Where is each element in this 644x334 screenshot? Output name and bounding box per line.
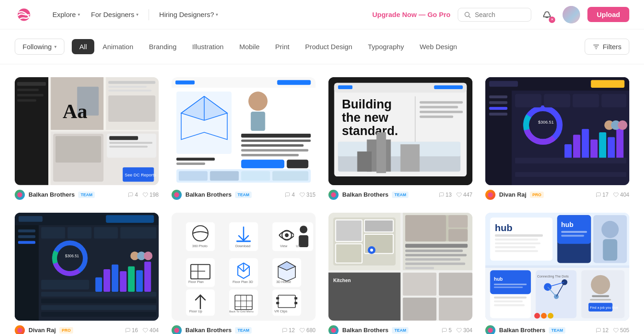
badge: PRO xyxy=(59,327,73,334)
nav-hiring[interactable]: Hiring Designers? ▾ xyxy=(155,8,223,21)
dribbble-icon xyxy=(331,192,336,198)
comment-count: 4 xyxy=(128,192,138,198)
filters-button[interactable]: Filters xyxy=(585,39,629,55)
user-name: Balkan Brothers xyxy=(342,327,388,334)
svg-line-2 xyxy=(469,16,471,18)
shot-thumbnail[interactable]: Aa See DC Reports xyxy=(15,77,159,185)
like-count: 404 xyxy=(143,327,159,334)
search-icon xyxy=(464,11,471,18)
heart-icon xyxy=(143,328,148,333)
shot-thumbnail[interactable]: Building the new standard. xyxy=(328,77,472,185)
shot-card: Kitchen Balkan Brothers TEAM 5 xyxy=(328,213,472,334)
user-avatar xyxy=(485,190,495,200)
header-right: Upgrade Now — Go Pro ✕ Upload xyxy=(372,6,629,23)
chevron-down-icon: ▾ xyxy=(136,12,138,17)
comment-icon xyxy=(128,192,133,198)
user-avatar xyxy=(172,190,182,200)
heart-icon xyxy=(299,328,305,333)
badge: TEAM xyxy=(549,327,565,334)
shot-meta: Divan Raj PRO 16 404 xyxy=(15,325,159,334)
following-dropdown[interactable]: Following ▾ xyxy=(15,39,64,55)
shot-thumbnail[interactable]: Kitchen xyxy=(328,213,472,321)
header: Explore ▾ For Designers ▾ Hiring Designe… xyxy=(0,0,644,29)
shot-thumbnail[interactable]: $306.51 xyxy=(15,213,159,321)
comment-count: 17 xyxy=(596,192,609,198)
svg-point-185 xyxy=(174,328,179,333)
shot-card: $306.51 xyxy=(485,77,629,200)
comment-icon xyxy=(282,328,288,333)
svg-point-54 xyxy=(174,192,179,197)
shot-stats: 4 315 xyxy=(285,192,316,198)
tab-product-design[interactable]: Product Design xyxy=(298,39,360,54)
comment-icon xyxy=(596,192,601,198)
dribbble-icon xyxy=(331,328,336,333)
badge: PRO xyxy=(530,192,544,198)
shot-thumbnail[interactable] xyxy=(172,77,316,185)
tab-mobile[interactable]: Mobile xyxy=(232,39,267,54)
heart-icon xyxy=(613,328,619,333)
chevron-down-icon: ▾ xyxy=(78,12,80,17)
comment-icon xyxy=(125,328,131,333)
user-avatar xyxy=(485,325,495,334)
tab-web-design[interactable]: Web Design xyxy=(412,39,464,54)
like-count: 304 xyxy=(456,327,472,334)
svg-point-257 xyxy=(488,328,493,333)
tab-typography[interactable]: Typography xyxy=(361,39,411,54)
comment-count: 12 xyxy=(282,327,295,334)
comment-count: 16 xyxy=(125,327,138,334)
upload-button[interactable]: Upload xyxy=(587,7,629,22)
dribbble-icon xyxy=(174,192,179,198)
badge: TEAM xyxy=(78,192,95,198)
user-name: Balkan Brothers xyxy=(29,191,75,198)
shot-card: $306.51 xyxy=(15,213,159,334)
tab-print[interactable]: Print xyxy=(268,39,297,54)
search-input[interactable] xyxy=(475,11,525,18)
search-box[interactable] xyxy=(458,8,531,22)
notification-button[interactable]: ✕ xyxy=(539,6,555,23)
user-name: Balkan Brothers xyxy=(185,327,231,334)
shot-meta: Balkan Brothers TEAM 13 447 xyxy=(328,190,472,200)
tab-illustration[interactable]: Illustration xyxy=(185,39,231,54)
like-count: 315 xyxy=(299,192,316,198)
badge: TEAM xyxy=(235,192,252,198)
tab-all[interactable]: All xyxy=(72,39,94,54)
tab-branding[interactable]: Branding xyxy=(142,39,184,54)
category-tabs: All Animation Branding Illustration Mobi… xyxy=(72,39,464,54)
user-avatar xyxy=(172,325,182,334)
comment-count: 4 xyxy=(285,192,295,198)
heart-icon xyxy=(143,192,148,198)
logo[interactable] xyxy=(15,8,33,22)
dribbble-icon xyxy=(17,328,23,333)
tab-animation[interactable]: Animation xyxy=(95,39,141,54)
filter-icon xyxy=(592,43,600,51)
user-name: Divan Raj xyxy=(499,191,526,198)
svg-point-1 xyxy=(465,12,469,16)
heart-icon xyxy=(456,192,462,198)
dribbble-icon xyxy=(17,192,23,198)
dribbble-icon xyxy=(174,328,179,333)
like-count: 680 xyxy=(299,327,316,334)
shot-stats: 5 304 xyxy=(442,327,472,334)
shot-card: Balkan Brothers TEAM 4 315 xyxy=(172,77,316,200)
comment-icon xyxy=(442,328,447,333)
user-name: Balkan Brothers xyxy=(342,191,388,198)
comment-icon xyxy=(439,192,444,198)
shot-grid: Aa See DC Reports xyxy=(0,64,644,334)
nav-divider xyxy=(149,9,149,20)
avatar[interactable] xyxy=(563,6,580,23)
user-avatar xyxy=(15,190,25,200)
comment-count: 13 xyxy=(439,192,452,198)
shot-thumbnail[interactable]: hub hub xyxy=(485,213,629,321)
shot-stats: 12 505 xyxy=(596,327,629,334)
shot-thumbnail[interactable]: 360 Photo Download View UX xyxy=(172,213,316,321)
user-avatar xyxy=(328,325,339,334)
notification-badge: ✕ xyxy=(549,17,555,23)
shot-card: 360 Photo Download View UX xyxy=(172,213,316,334)
nav-explore[interactable]: Explore ▾ xyxy=(48,8,85,21)
user-avatar xyxy=(15,325,25,334)
svg-point-213 xyxy=(331,328,336,333)
upgrade-link[interactable]: Upgrade Now — Go Pro xyxy=(372,11,450,18)
badge: TEAM xyxy=(235,327,252,334)
nav-for-designers[interactable]: For Designers ▾ xyxy=(86,8,143,21)
shot-thumbnail[interactable]: $306.51 xyxy=(485,77,629,185)
